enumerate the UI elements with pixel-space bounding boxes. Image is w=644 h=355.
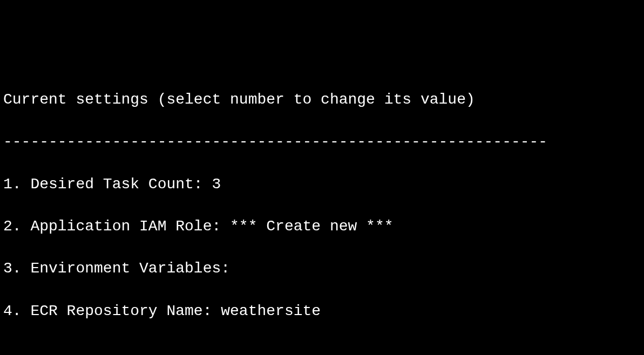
setting-item-1: 1. Desired Task Count: 3 — [3, 174, 641, 195]
blank-line — [3, 343, 641, 355]
setting-item-3: 3. Environment Variables: — [3, 258, 641, 279]
setting-item-4: 4. ECR Repository Name: weathersite — [3, 301, 641, 322]
setting-item-2: 2. Application IAM Role: *** Create new … — [3, 216, 641, 237]
settings-header: Current settings (select number to chang… — [3, 89, 641, 110]
divider: ----------------------------------------… — [3, 131, 641, 152]
